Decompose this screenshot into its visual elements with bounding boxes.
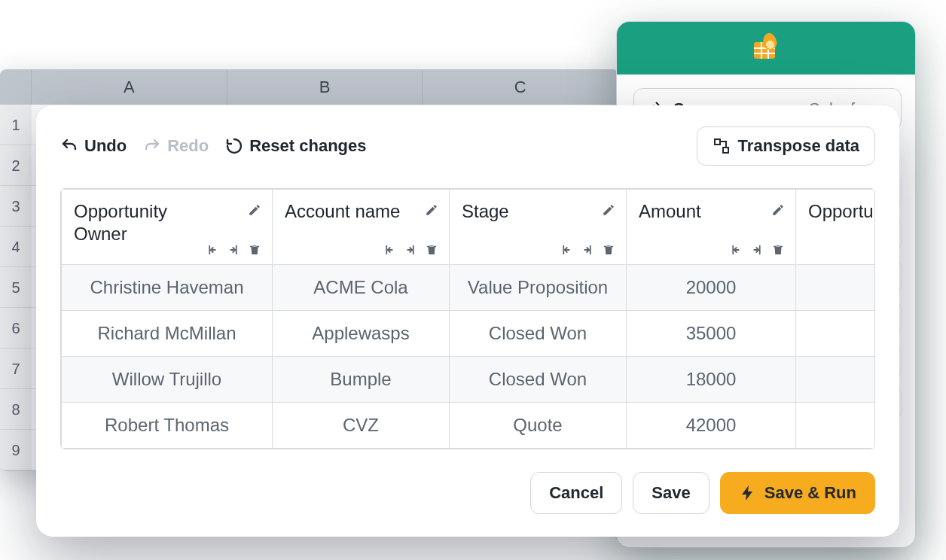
transpose-icon xyxy=(713,137,731,155)
move-right-icon[interactable] xyxy=(227,243,240,257)
trash-icon[interactable] xyxy=(425,243,438,257)
move-left-icon[interactable] xyxy=(729,243,743,257)
transpose-button[interactable]: Transpose data xyxy=(697,126,875,166)
svg-rect-1 xyxy=(723,148,728,153)
cell[interactable]: Value Proposition xyxy=(450,265,627,311)
cell[interactable]: Bumple xyxy=(273,357,450,403)
redo-button[interactable]: Redo xyxy=(143,136,209,156)
cell[interactable]: Applewasps xyxy=(273,311,450,357)
edit-icon[interactable] xyxy=(602,203,615,217)
reset-label: Reset changes xyxy=(249,136,366,156)
edit-icon[interactable] xyxy=(248,203,261,217)
col-header-C[interactable]: C xyxy=(423,70,618,105)
row-header-9[interactable]: 9 xyxy=(0,430,32,470)
move-right-icon[interactable] xyxy=(404,243,417,257)
lightning-icon xyxy=(739,484,757,502)
cell[interactable]: Closed Won xyxy=(450,357,627,403)
trash-icon[interactable] xyxy=(602,243,615,257)
cell[interactable]: 20000 xyxy=(627,265,796,311)
cell[interactable]: John M xyxy=(796,403,876,449)
col-header-opportunity-owner[interactable]: Opportunity Owner xyxy=(62,190,273,265)
move-right-icon[interactable] xyxy=(581,243,594,257)
col-header-A[interactable]: A xyxy=(32,70,227,105)
col-header-stage[interactable]: Stage xyxy=(450,190,627,265)
cell[interactable]: Christine Haveman xyxy=(62,265,273,311)
save-button[interactable]: Save xyxy=(633,472,709,514)
reset-icon xyxy=(225,137,243,155)
reset-button[interactable]: Reset changes xyxy=(225,136,366,156)
row-header-4[interactable]: 4 xyxy=(0,227,32,267)
table-row[interactable]: Willow Trujillo Bumple Closed Won 18000 … xyxy=(62,357,876,403)
edit-icon[interactable] xyxy=(425,203,438,217)
app-logo-icon xyxy=(751,35,781,62)
cell[interactable]: Rick xyxy=(796,357,876,403)
move-left-icon[interactable] xyxy=(383,243,396,257)
row-header-6[interactable]: 6 xyxy=(0,308,32,348)
panel-header xyxy=(617,22,915,75)
row-header-1[interactable]: 1 xyxy=(0,105,32,145)
cancel-button[interactable]: Cancel xyxy=(530,472,622,514)
cell[interactable]: ACME Cola xyxy=(273,265,450,311)
col-header-amount[interactable]: Amount xyxy=(627,190,796,265)
spreadsheet-row-headers: 1 2 3 4 5 6 7 8 9 xyxy=(0,105,32,470)
table-row[interactable]: Richard McMillan Applewasps Closed Won 3… xyxy=(62,311,876,357)
move-left-icon[interactable] xyxy=(206,243,219,257)
col-title: Account name xyxy=(285,200,413,223)
cell[interactable]: 35000 xyxy=(627,311,796,357)
trash-icon[interactable] xyxy=(248,243,261,257)
cell[interactable]: 18000 xyxy=(627,357,796,403)
data-editor-modal: Undo Redo Reset changes Transpose data O… xyxy=(36,105,899,537)
cell[interactable]: Tim xyxy=(796,265,876,311)
transpose-label: Transpose data xyxy=(738,136,859,156)
row-header-5[interactable]: 5 xyxy=(0,267,32,308)
spreadsheet-column-header-row: A B C xyxy=(0,70,618,105)
row-header-7[interactable]: 7 xyxy=(0,348,32,389)
col-title: Amount xyxy=(639,200,767,223)
edit-icon[interactable] xyxy=(771,203,785,217)
row-header-8[interactable]: 8 xyxy=(0,389,32,430)
modal-toolbar: Undo Redo Reset changes Transpose data xyxy=(60,126,875,166)
col-title: Opportu xyxy=(808,200,875,223)
col-title: Stage xyxy=(462,200,590,223)
cell[interactable]: 42000 xyxy=(627,403,796,449)
modal-footer: Cancel Save Save & Run xyxy=(60,472,875,514)
cell[interactable]: Willow Trujillo xyxy=(62,357,273,403)
col-header-opportunity-partial[interactable]: Opportu xyxy=(796,190,876,265)
cell[interactable]: Quote xyxy=(450,403,627,449)
undo-label: Undo xyxy=(84,136,127,156)
col-header-account-name[interactable]: Account name xyxy=(273,190,450,265)
table-row[interactable]: Christine Haveman ACME Cola Value Propos… xyxy=(62,265,876,311)
redo-icon xyxy=(143,137,161,155)
col-title: Opportunity Owner xyxy=(74,200,202,245)
cell[interactable]: Max M xyxy=(796,311,876,357)
save-run-label: Save & Run xyxy=(764,483,856,503)
save-and-run-button[interactable]: Save & Run xyxy=(720,472,875,514)
undo-icon xyxy=(60,137,78,155)
trash-icon[interactable] xyxy=(771,243,785,257)
col-header-B[interactable]: B xyxy=(227,70,423,105)
move-left-icon[interactable] xyxy=(560,243,573,257)
cell[interactable]: Richard McMillan xyxy=(62,311,273,357)
cell[interactable]: CVZ xyxy=(273,403,450,449)
move-right-icon[interactable] xyxy=(750,243,764,257)
cell[interactable]: Robert Thomas xyxy=(62,403,273,449)
row-header-3[interactable]: 3 xyxy=(0,186,32,227)
svg-rect-0 xyxy=(715,139,720,145)
undo-button[interactable]: Undo xyxy=(60,136,127,156)
redo-label: Redo xyxy=(167,136,209,156)
spreadsheet-corner xyxy=(0,70,32,105)
cell[interactable]: Closed Won xyxy=(450,311,627,357)
data-table: Opportunity Owner Account name xyxy=(60,188,875,449)
table-row[interactable]: Robert Thomas CVZ Quote 42000 John M xyxy=(62,403,876,449)
row-header-2[interactable]: 2 xyxy=(0,145,32,186)
